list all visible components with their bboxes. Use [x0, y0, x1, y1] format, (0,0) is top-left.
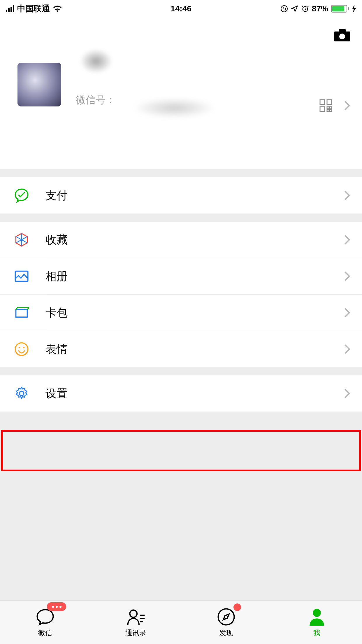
- album-icon: [14, 269, 29, 284]
- tab-me[interactable]: 我: [272, 601, 362, 644]
- menu-item-favorites[interactable]: 收藏: [0, 222, 362, 258]
- tab-discover[interactable]: 发现: [181, 601, 272, 644]
- wechat-id-label: 微信号：: [76, 93, 115, 107]
- profile-header: 微信号：: [0, 18, 362, 169]
- chevron-right-icon: [344, 388, 350, 399]
- svg-rect-6: [327, 100, 332, 104]
- orientation-lock-icon: [280, 5, 288, 13]
- svg-rect-8: [327, 107, 329, 109]
- svg-point-18: [218, 609, 234, 625]
- tab-label: 微信: [38, 628, 52, 638]
- menu-label: 设置: [45, 386, 344, 401]
- discover-icon: [217, 607, 236, 626]
- wifi-icon: [53, 5, 62, 12]
- unread-badge: [47, 602, 66, 611]
- status-right: 87%: [280, 4, 356, 13]
- carrier-label: 中国联通: [17, 3, 50, 14]
- alarm-icon: [301, 5, 309, 13]
- svg-point-0: [281, 6, 287, 12]
- svg-rect-11: [330, 107, 332, 109]
- svg-point-17: [130, 610, 137, 617]
- stickers-icon: [14, 342, 29, 357]
- status-time: 14:46: [171, 4, 191, 13]
- highlight-annotation: [1, 430, 361, 471]
- battery-percent: 87%: [312, 4, 328, 13]
- chevron-right-icon: [344, 307, 350, 318]
- tab-bar: 微信 通讯录 发现 我: [0, 600, 362, 644]
- menu-item-cards[interactable]: 卡包: [0, 295, 362, 331]
- favorites-icon: [14, 232, 29, 247]
- settings-icon: [14, 386, 29, 401]
- menu-label: 相册: [45, 269, 344, 284]
- menu-item-settings[interactable]: 设置: [0, 375, 362, 412]
- signal-icon: [6, 5, 14, 12]
- tab-label: 通讯录: [125, 628, 146, 638]
- menu-label: 收藏: [45, 232, 344, 247]
- status-bar: 中国联通 14:46 87%: [0, 0, 362, 18]
- notification-dot: [233, 603, 241, 611]
- menu-label: 卡包: [45, 305, 344, 320]
- svg-rect-5: [320, 100, 325, 104]
- battery-icon: [331, 5, 349, 13]
- tab-contacts[interactable]: 通讯录: [91, 601, 181, 644]
- svg-rect-7: [320, 107, 325, 111]
- me-icon: [307, 607, 326, 626]
- charging-icon: [352, 5, 356, 13]
- svg-point-14: [19, 347, 20, 348]
- menu-label: 表情: [45, 342, 344, 357]
- menu-item-stickers[interactable]: 表情: [0, 331, 362, 367]
- chevron-right-icon: [344, 271, 350, 282]
- wechat-id-redacted: [114, 90, 265, 125]
- svg-point-13: [15, 343, 28, 355]
- chevron-right-icon: [344, 190, 350, 201]
- pay-icon: [14, 188, 29, 203]
- chevron-right-icon: [344, 100, 350, 111]
- menu-label: 支付: [45, 188, 344, 203]
- contacts-icon: [126, 607, 145, 626]
- status-left: 中国联通: [6, 3, 62, 14]
- tab-label: 发现: [219, 628, 233, 638]
- chevron-right-icon: [344, 344, 350, 355]
- svg-rect-10: [327, 109, 329, 111]
- profile-row[interactable]: 微信号：: [0, 26, 362, 117]
- tab-chats[interactable]: 微信: [0, 601, 91, 644]
- svg-rect-9: [330, 109, 332, 111]
- svg-point-16: [19, 391, 24, 396]
- qr-code-icon[interactable]: [319, 99, 332, 112]
- menu-item-pay[interactable]: 支付: [0, 177, 362, 214]
- svg-point-19: [313, 609, 321, 617]
- chevron-right-icon: [344, 234, 350, 245]
- profile-name-redacted: [64, 41, 128, 82]
- svg-point-15: [23, 347, 24, 348]
- menu-item-album[interactable]: 相册: [0, 258, 362, 294]
- tab-label: 我: [313, 628, 320, 638]
- cards-icon: [14, 305, 29, 320]
- avatar: [17, 63, 61, 106]
- location-arrow-icon: [291, 5, 298, 13]
